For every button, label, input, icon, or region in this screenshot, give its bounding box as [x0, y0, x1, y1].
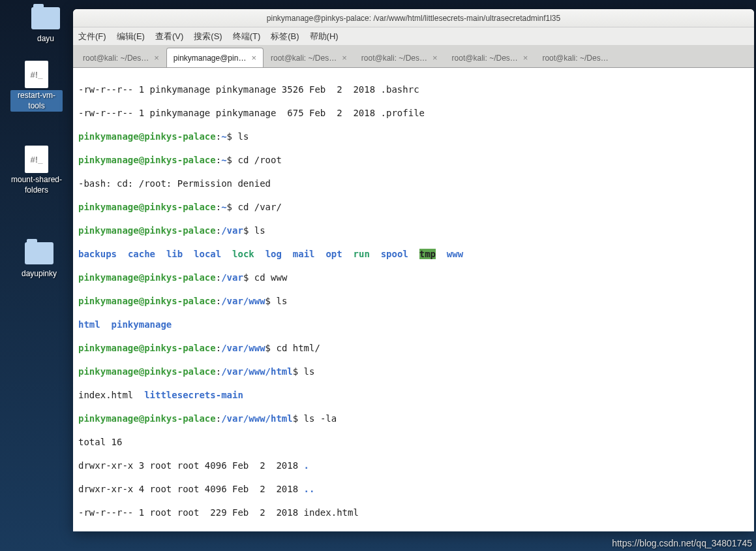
desktop-icon-dayu[interactable]: dayu: [20, 5, 72, 44]
prompt-line: pinkymanage@pinkys-palace:/var$ cd www: [78, 272, 749, 283]
watermark: https://blog.csdn.net/qq_34801745: [612, 538, 752, 548]
folder-icon: [23, 240, 55, 266]
output-line: total 16: [78, 436, 749, 448]
output-line: -rw-r--r-- 1 pinkymanage pinkymanage 675…: [78, 107, 749, 119]
output-line: html pinkymanage: [78, 319, 749, 330]
close-icon[interactable]: ×: [432, 53, 438, 63]
tab-0[interactable]: root@kali: ~/Des…×: [76, 48, 166, 67]
output-line: index.html littlesecrets-main: [78, 389, 749, 401]
menu-file[interactable]: 文件(F): [78, 31, 106, 42]
output-line: drwxr-xr-x 4 root root 4096 Feb 2 2018 .…: [78, 483, 749, 495]
desktop-icon-restart[interactable]: #!_ restart-vm-tools: [10, 61, 63, 112]
tab-2[interactable]: root@kali: ~/Des…×: [264, 48, 354, 67]
icon-label: dayu: [37, 34, 54, 44]
icon-label: restart-vm-tools: [10, 90, 63, 112]
prompt-line: pinkymanage@pinkys-palace:/var/www/html$…: [78, 413, 749, 424]
prompt-line: pinkymanage@pinkys-palace:/var/www/html$…: [78, 366, 749, 377]
output-line: drwxr-xr-x 3 root root 4096 Feb 2 2018 .: [78, 460, 749, 471]
terminal-output[interactable]: -rw-r--r-- 1 pinkymanage pinkymanage 352…: [73, 68, 754, 531]
document-icon: #!_: [21, 61, 52, 87]
tab-4[interactable]: root@kali: ~/Des…×: [445, 48, 536, 67]
menu-edit[interactable]: 编辑(E): [117, 31, 145, 42]
output-line: drwxr-xr-x 3 root root 4096 Feb 2 2018 l…: [78, 530, 749, 531]
folder-icon: [30, 5, 61, 31]
document-icon: #!_: [21, 146, 52, 172]
output-line: -rw-r--r-- 1 root root 229 Feb 2 2018 in…: [78, 507, 749, 518]
output-line: -bash: cd: /root: Permission denied: [78, 178, 749, 189]
window-title[interactable]: pinkymanage@pinkys-palace: /var/www/html…: [73, 9, 754, 27]
menu-tabs[interactable]: 标签(B): [271, 31, 299, 42]
output-line: backups cache lib local lock log mail op…: [78, 248, 749, 260]
menu-terminal[interactable]: 终端(T): [233, 31, 261, 42]
close-icon[interactable]: ×: [251, 53, 256, 63]
tabbar: root@kali: ~/Des…× pinkymanage@pin…× roo…: [73, 46, 754, 68]
prompt-line: pinkymanage@pinkys-palace:/var$ ls: [78, 225, 749, 236]
prompt-line: pinkymanage@pinkys-palace:/var/www$ ls: [78, 295, 749, 307]
menu-view[interactable]: 查看(V): [155, 31, 183, 42]
menu-search[interactable]: 搜索(S): [194, 31, 222, 42]
icon-label: mount-shared-folders: [10, 175, 63, 195]
desktop-icon-dayupinky[interactable]: dayupinky: [13, 240, 65, 279]
prompt-line: pinkymanage@pinkys-palace:~$ ls: [78, 131, 749, 142]
tab-3[interactable]: root@kali: ~/Des…×: [354, 48, 445, 67]
output-line: -rw-r--r-- 1 pinkymanage pinkymanage 352…: [78, 84, 749, 95]
tab-1[interactable]: pinkymanage@pin…×: [166, 48, 264, 67]
menubar: 文件(F) 编辑(E) 查看(V) 搜索(S) 终端(T) 标签(B) 帮助(H…: [73, 27, 754, 46]
prompt-line: pinkymanage@pinkys-palace:~$ cd /root: [78, 154, 749, 166]
icon-label: dayupinky: [22, 269, 57, 279]
close-icon[interactable]: ×: [342, 53, 347, 63]
close-icon[interactable]: ×: [154, 53, 159, 63]
terminal-window: pinkymanage@pinkys-palace: /var/www/html…: [73, 9, 754, 531]
prompt-line: pinkymanage@pinkys-palace:/var/www$ cd h…: [78, 342, 749, 354]
tab-5[interactable]: root@kali: ~/Des…: [535, 48, 615, 67]
menu-help[interactable]: 帮助(H): [310, 31, 339, 42]
prompt-line: pinkymanage@pinkys-palace:~$ cd /var/: [78, 201, 749, 213]
desktop-icon-mount[interactable]: #!_ mount-shared-folders: [10, 146, 63, 195]
close-icon[interactable]: ×: [523, 53, 528, 63]
